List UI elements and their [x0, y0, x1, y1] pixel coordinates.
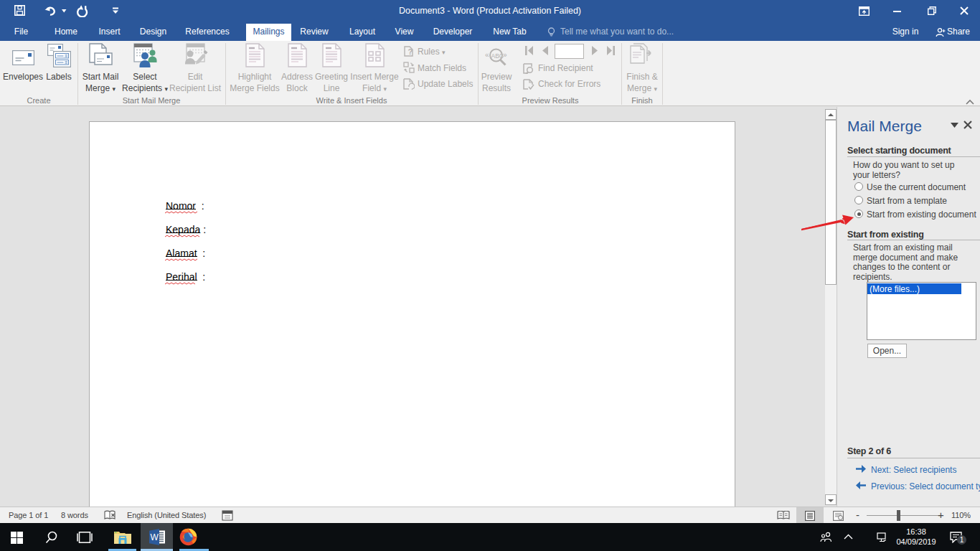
- svg-text:W: W: [151, 532, 159, 542]
- svg-text:«: «: [485, 51, 489, 59]
- svg-text:ABC: ABC: [491, 52, 504, 60]
- svg-text:?: ?: [408, 47, 413, 56]
